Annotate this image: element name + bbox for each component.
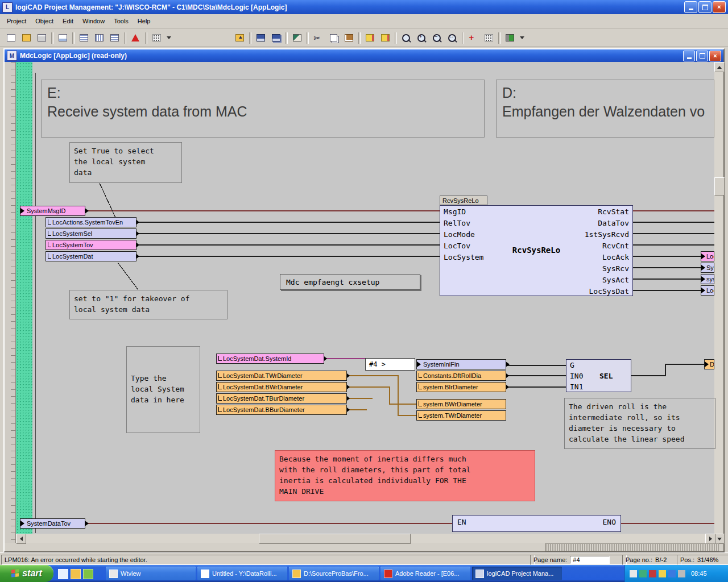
pin-loc-bwr-diameter[interactable]: LocSystemDat.BWrDiameter: [216, 382, 347, 392]
child-close-button[interactable]: ×: [709, 51, 721, 61]
paste-icon[interactable]: [341, 31, 356, 45]
quick-launch-icon-1[interactable]: [58, 569, 68, 579]
task-untitled[interactable]: Untitled - Y:\DataRolli...: [197, 567, 287, 580]
menu-tools[interactable]: Tools: [109, 16, 133, 26]
scroll-down-icon[interactable]: [714, 534, 725, 544]
pin-system-ini-fin[interactable]: SystemIniFin: [416, 359, 506, 369]
title-bar[interactable]: L logiCAD Project Management: "J:\WISCO-…: [0, 0, 728, 14]
menu-edit[interactable]: Edit: [58, 16, 78, 26]
tray-icon-5[interactable]: [668, 570, 676, 577]
comment-inertia[interactable]: Because the moment of inertia differs mu…: [275, 450, 535, 501]
child-minimize-button[interactable]: [683, 51, 695, 61]
pin-system-msg-id[interactable]: SystemMsgID: [20, 206, 85, 216]
task-explorer[interactable]: D:\SourceProBas\Fro...: [289, 567, 379, 580]
pin-loc-twr-diameter[interactable]: LocSystemDat.TWrDiameter: [216, 371, 347, 381]
save-all-icon[interactable]: [268, 31, 283, 45]
header-box-e[interactable]: E: Receive system data from MAC: [41, 80, 485, 138]
pin-system-data-tov[interactable]: SystemDataTov: [20, 518, 85, 529]
tray-icon-4[interactable]: [659, 570, 666, 577]
restore-button[interactable]: [698, 1, 712, 13]
pin-loc-bbur-diameter[interactable]: LocSystemDat.BBurDiameter: [216, 405, 347, 415]
tray-icon-6[interactable]: [678, 570, 685, 577]
pin-clipped-locack-target[interactable]: Loc: [701, 251, 714, 261]
edit-signature-icon[interactable]: [289, 31, 304, 45]
minimize-button[interactable]: [684, 1, 697, 13]
cut-icon[interactable]: ✂: [311, 31, 325, 45]
pin-loc-actions-system-tov-en[interactable]: LocActions.SystemTovEn: [46, 217, 136, 227]
import-check-icon[interactable]: [378, 31, 392, 45]
zoom-rect-icon[interactable]: □: [445, 31, 460, 45]
pin-loc-tbur-diameter[interactable]: LocSystemDat.TBurDiameter: [216, 393, 347, 404]
pin-clipped-sysact-target[interactable]: syst: [701, 274, 714, 284]
grid-options-icon[interactable]: [149, 31, 164, 45]
zoom-in-icon[interactable]: +: [414, 31, 429, 45]
list-window-icon[interactable]: [76, 31, 91, 45]
toolbar-dropdown-icon[interactable]: [167, 36, 171, 39]
save-icon[interactable]: [253, 31, 268, 45]
scroll-right-icon[interactable]: [705, 534, 715, 544]
pin-loc-system-dat-systemid[interactable]: LocSystemDat.SystemId: [216, 354, 324, 364]
pin-loc-system-tov[interactable]: LocSystemTov: [46, 240, 136, 250]
print-icon[interactable]: [34, 31, 49, 45]
tray-icon-2[interactable]: [639, 570, 647, 577]
import-icon[interactable]: [362, 31, 377, 45]
zoom-page-icon[interactable]: [399, 31, 413, 45]
tile-window-icon[interactable]: [92, 31, 106, 45]
pin-system-bir-diameter[interactable]: system.BIrDiameter: [416, 382, 506, 392]
parent-folder-icon[interactable]: [232, 31, 247, 45]
sel-block[interactable]: G IN0 SEL IN1: [566, 359, 631, 392]
page-reference-connector[interactable]: #4 >: [365, 358, 415, 371]
scroll-left-icon[interactable]: [16, 534, 26, 544]
pin-clipped-locsysdat-target[interactable]: Loc: [701, 285, 714, 296]
open-icon[interactable]: [19, 31, 34, 45]
quick-launch-icon-3[interactable]: [83, 569, 93, 579]
pin-system-twr-diameter[interactable]: system.TWrDiameter: [416, 410, 506, 421]
vertical-scroll-thumb[interactable]: [714, 177, 725, 196]
menu-window[interactable]: Window: [78, 16, 109, 26]
tray-icon-3[interactable]: [649, 570, 656, 577]
comment-takeover[interactable]: set to "1" for takeover of local system …: [69, 290, 228, 319]
online-dropdown-icon[interactable]: [520, 36, 524, 39]
grid-icon[interactable]: [481, 31, 496, 45]
new-icon[interactable]: [3, 31, 18, 45]
comment-type-here[interactable]: Type the local System data in here: [126, 346, 200, 433]
child-restore-button[interactable]: [696, 51, 708, 61]
pin-clipped-driven-roll[interactable]: DvI: [704, 359, 714, 369]
pin-loc-system-sel[interactable]: LocSystemSel: [46, 228, 136, 239]
copy-icon[interactable]: [326, 31, 341, 45]
horizontal-scroll-thumb[interactable]: [259, 534, 411, 544]
child-title-bar[interactable]: M MdcLogic [AppLogic] (read-only) ×: [5, 49, 723, 62]
error-list-icon[interactable]: [128, 31, 143, 45]
pin-clipped-sysrcv-target[interactable]: Sys: [701, 263, 714, 273]
menu-object[interactable]: Object: [31, 16, 58, 26]
quick-launch-icon-2[interactable]: [71, 569, 81, 579]
pin-loc-system-dat[interactable]: LocSystemDat: [46, 251, 136, 261]
fb-instance-tag[interactable]: RcvSysReLo: [440, 196, 487, 205]
cascade-window-icon[interactable]: [107, 31, 122, 45]
properties-icon[interactable]: [55, 31, 70, 45]
header-e-text: Receive system data from MAC: [47, 102, 478, 121]
tray-icon-1[interactable]: [630, 570, 637, 577]
comment-mdc-cxsetup[interactable]: Mdc empfaengt cxsetup: [280, 274, 420, 290]
crosshair-icon[interactable]: +: [466, 31, 481, 45]
header-box-d[interactable]: D: Empfangen der Walzendaten vo: [496, 80, 714, 138]
scroll-up-icon[interactable]: [714, 62, 725, 72]
menu-project[interactable]: Project: [2, 16, 31, 26]
task-adobe-reader[interactable]: Adobe Reader - [E06...: [380, 567, 470, 580]
pin-constants-dft-roll-dia[interactable]: Constants.DftRollDia: [416, 371, 506, 381]
outer-horizontal-scrollbar[interactable]: [545, 543, 719, 551]
vertical-scrollbar[interactable]: [714, 62, 723, 543]
horizontal-scrollbar[interactable]: [16, 534, 714, 543]
start-button[interactable]: start: [0, 565, 53, 582]
pin-system-bwr-diameter[interactable]: system.BWrDiameter: [416, 399, 506, 409]
zoom-out-icon[interactable]: −: [429, 31, 444, 45]
en-eno-block[interactable]: EN ENO: [452, 515, 621, 532]
close-button[interactable]: ×: [713, 1, 726, 13]
online-connect-icon[interactable]: [502, 31, 517, 45]
menu-help[interactable]: Help: [133, 16, 155, 26]
task-wtview[interactable]: Wtview: [106, 567, 196, 580]
comment-driven-roll[interactable]: The driven roll is the intermediate roll…: [564, 398, 715, 449]
comment-select-local[interactable]: Set True to select the local system data: [69, 142, 182, 183]
function-block-rcvsysrelo[interactable]: MsgID RelTov LocMode LocTov LocSystem Rc…: [440, 205, 633, 296]
task-logicad[interactable]: logiCAD Project Mana...: [472, 567, 562, 580]
